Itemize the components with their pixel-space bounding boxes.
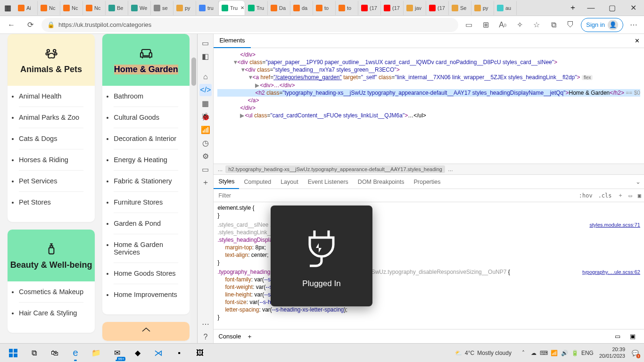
browser-tab[interactable]: Nc: [60, 1, 83, 15]
browser-tab[interactable]: Nc: [83, 1, 106, 15]
tab-computed[interactable]: Computed: [239, 175, 276, 189]
collections-icon[interactable]: ⧉: [547, 18, 560, 32]
styles-filter-input[interactable]: [214, 192, 576, 199]
tool-icon[interactable]: ▦: [199, 97, 212, 109]
edge-icon[interactable]: e: [65, 344, 86, 362]
dom-breadcrumb[interactable]: … h2.typography_heading-xs__jSwUz.typogr…: [214, 164, 644, 175]
category-link[interactable]: Cats & Dogs: [19, 128, 83, 149]
drawer-icon[interactable]: ▭: [615, 333, 624, 340]
category-link[interactable]: Home Improvements: [114, 284, 178, 305]
browser-tab[interactable]: py: [471, 1, 494, 15]
settings-tool-icon[interactable]: ⚙: [199, 150, 212, 162]
add-drawer-button[interactable]: ＋: [247, 332, 256, 341]
category-heading-link[interactable]: Home & Garden: [102, 34, 190, 86]
tab-properties[interactable]: Properties: [409, 175, 446, 189]
browser-tab[interactable]: to: [336, 1, 358, 15]
page-scrollbar[interactable]: [190, 34, 197, 343]
browser-tab[interactable]: Tru: [245, 1, 268, 15]
tool-icon[interactable]: ◷: [199, 137, 212, 149]
category-link[interactable]: Pet Services: [19, 171, 83, 192]
network-tool-icon[interactable]: 📶: [199, 123, 212, 136]
category-link[interactable]: Bathroom: [114, 86, 178, 107]
new-tab-button[interactable]: ＋: [565, 0, 580, 16]
battery-icon[interactable]: 🔋: [571, 349, 579, 357]
category-link[interactable]: Animal Parks & Zoo: [19, 107, 83, 128]
terminal-icon[interactable]: ▪: [169, 344, 190, 362]
more-menu-icon[interactable]: ⋯: [627, 18, 640, 32]
browser-tab[interactable]: (17: [358, 1, 381, 15]
category-heading-link[interactable]: Animals & Pets: [8, 34, 95, 86]
clock[interactable]: 20:39 20/01/2023: [599, 346, 625, 359]
toolbar-icon[interactable]: ▭: [462, 18, 475, 32]
console-tab[interactable]: Console: [218, 333, 241, 340]
weather-widget[interactable]: ⛅ 4°C Mostly cloudy: [455, 350, 512, 356]
tab-layout[interactable]: Layout: [276, 175, 303, 189]
maximize-button[interactable]: ▢: [602, 0, 623, 16]
url-box[interactable]: 🔒 https://uk.trustpilot.com/categories: [41, 18, 458, 32]
toggle-button[interactable]: ▣: [635, 192, 644, 199]
category-link[interactable]: Garden & Pond: [114, 213, 178, 234]
toggle-button[interactable]: ▭: [626, 192, 635, 199]
browser-tab[interactable]: to: [313, 1, 336, 15]
category-link[interactable]: Animal Health: [19, 86, 83, 107]
browser-tab[interactable]: Tru✕: [219, 1, 245, 15]
task-view-button[interactable]: ⧉: [24, 344, 44, 362]
dock-icon[interactable]: ◧: [199, 50, 212, 62]
category-link[interactable]: Energy & Heating: [114, 149, 178, 171]
category-link[interactable]: Decoration & Interior: [114, 128, 178, 149]
category-link[interactable]: Furniture Stores: [114, 192, 178, 213]
wifi-icon[interactable]: 📶: [550, 349, 559, 357]
input-icon[interactable]: ⌨: [540, 349, 548, 357]
category-link[interactable]: Hair Care & Styling: [19, 303, 83, 323]
hov-toggle[interactable]: :hov: [576, 192, 595, 199]
browser-tab[interactable]: (17: [426, 1, 449, 15]
read-aloud-icon[interactable]: A)): [496, 18, 509, 32]
category-link[interactable]: Pet Stores: [19, 192, 83, 213]
photos-icon[interactable]: 🖼: [190, 344, 210, 362]
mail-icon[interactable]: ✉99+: [107, 344, 127, 362]
onedrive-icon[interactable]: ☁: [529, 349, 538, 357]
browser-tab[interactable]: tru: [196, 1, 219, 15]
category-heading-link[interactable]: Beauty & Well-being: [8, 230, 95, 281]
vscode-icon[interactable]: ⋊: [148, 344, 169, 362]
devtools-close-button[interactable]: ✕: [630, 37, 644, 44]
browser-tab[interactable]: Da: [268, 1, 290, 15]
shield-icon[interactable]: ⛉: [564, 18, 577, 32]
browser-tab[interactable]: We: [128, 1, 151, 15]
expand-icon[interactable]: ⌄: [632, 175, 644, 189]
tab-dom-breakpoints[interactable]: DOM Breakpoints: [353, 175, 409, 189]
close-window-button[interactable]: ✕: [623, 0, 644, 16]
browser-tab[interactable]: (17: [381, 1, 404, 15]
tab-elements[interactable]: Elements: [214, 34, 250, 48]
tool-icon[interactable]: ⌂: [199, 71, 212, 83]
tray-chevron-icon[interactable]: ˄: [519, 349, 528, 357]
browser-tab[interactable]: Ai: [15, 1, 38, 15]
store-icon[interactable]: 🛍: [44, 344, 65, 362]
dom-tree[interactable]: </div> ▼<div class="paper_paper__1PY90 p…: [214, 48, 644, 164]
browser-tab[interactable]: jav: [404, 1, 426, 15]
tab-overview-button[interactable]: ▦: [0, 0, 15, 16]
notifications-icon[interactable]: 💬3: [631, 349, 639, 357]
dock-icon[interactable]: ▭: [199, 37, 212, 49]
sign-in-button[interactable]: Sign in 👤: [581, 18, 623, 32]
tool-icon[interactable]: ▭: [199, 163, 212, 175]
category-link[interactable]: Home Goods Stores: [114, 263, 178, 284]
browser-tab[interactable]: Nc: [38, 1, 60, 15]
help-icon[interactable]: ?: [199, 331, 212, 343]
add-tool-icon[interactable]: ＋: [199, 176, 212, 189]
tab-event-listeners[interactable]: Event Listeners: [303, 175, 353, 189]
category-link[interactable]: Fabric & Stationery: [114, 171, 178, 192]
language-indicator[interactable]: ENG: [581, 350, 594, 356]
minimize-button[interactable]: —: [580, 0, 602, 16]
drawer-icon[interactable]: ▣: [630, 333, 639, 340]
category-link[interactable]: Cultural Goods: [114, 107, 178, 128]
tool-icon[interactable]: 🐞: [199, 110, 212, 123]
browser-tab[interactable]: se: [151, 1, 173, 15]
volume-icon[interactable]: 🔊: [561, 349, 569, 357]
close-tab-icon[interactable]: ✕: [240, 5, 244, 10]
tab-styles[interactable]: Styles: [214, 175, 239, 189]
category-link[interactable]: Horses & Riding: [19, 149, 83, 171]
elements-tool-icon[interactable]: </>: [199, 84, 212, 96]
category-link[interactable]: Home & Garden Services: [114, 234, 178, 263]
favorites-add-icon[interactable]: ✧: [513, 18, 526, 32]
